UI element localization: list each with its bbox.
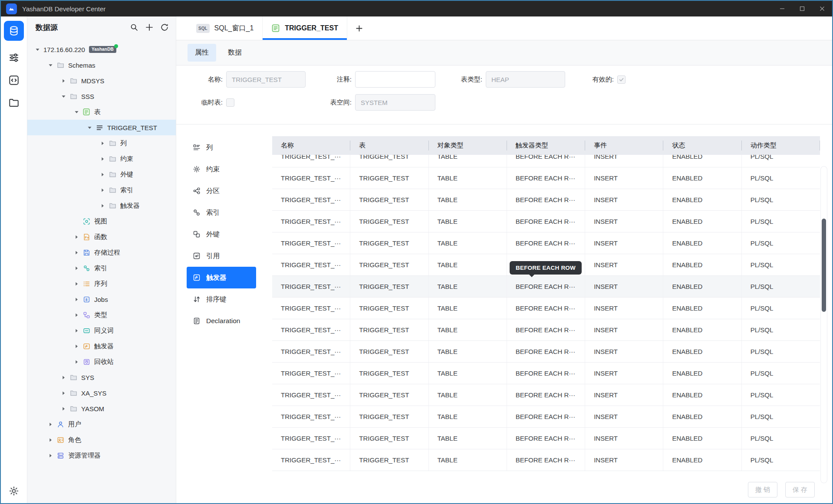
- trigger-cell[interactable]: BEFORE EACH R···: [507, 298, 585, 319]
- rail-gear-icon[interactable]: [9, 486, 19, 496]
- rail-database-icon[interactable]: [4, 21, 24, 41]
- trigger-cell[interactable]: TABLE: [429, 254, 507, 275]
- grid-column-header[interactable]: 触发器类型: [507, 136, 585, 155]
- tree-node-node[interactable]: 外键: [27, 167, 176, 182]
- trigger-cell[interactable]: TABLE: [429, 406, 507, 427]
- trigger-cell[interactable]: TRIGGER_TEST: [350, 384, 428, 406]
- trigger-cell[interactable]: TRIGGER_TEST_···: [272, 428, 350, 449]
- trigger-cell[interactable]: BEFORE EACH R···: [507, 341, 585, 362]
- trigger-cell[interactable]: TRIGGER_TEST: [350, 449, 428, 471]
- caret-right-icon[interactable]: [73, 235, 79, 239]
- caret-right-icon[interactable]: [73, 344, 79, 349]
- trigger-cell[interactable]: PL/SQL: [742, 211, 820, 232]
- trigger-cell[interactable]: ENABLED: [663, 341, 741, 362]
- trigger-cell[interactable]: TRIGGER_TEST_···: [272, 363, 350, 384]
- grid-column-header[interactable]: 名称: [272, 136, 350, 155]
- tree-node-node[interactable]: 同义词: [27, 323, 176, 338]
- trigger-cell[interactable]: INSERT: [585, 363, 663, 384]
- trigger-cell[interactable]: TRIGGER_TEST: [350, 254, 428, 275]
- trigger-cell[interactable]: TABLE: [429, 167, 507, 189]
- trigger-row[interactable]: TRIGGER_TEST_···TRIGGER_TESTTABLEBEFORE …: [272, 276, 820, 298]
- trigger-cell[interactable]: INSERT: [585, 211, 663, 232]
- trigger-cell[interactable]: BEFORE EACH R···: [507, 363, 585, 384]
- trigger-cell[interactable]: TRIGGER_TEST: [350, 363, 428, 384]
- caret-right-icon[interactable]: [99, 172, 105, 177]
- caret-down-icon[interactable]: [60, 94, 66, 99]
- grid-column-header[interactable]: 对象类型: [429, 136, 507, 155]
- tree-node-1721660220[interactable]: 172.16.60.220YashanDB: [27, 42, 176, 57]
- trigger-row[interactable]: TRIGGER_TEST_···TRIGGER_TESTTABLEBEFORE …: [272, 319, 820, 341]
- trigger-cell[interactable]: TRIGGER_TEST: [350, 189, 428, 210]
- trigger-row[interactable]: TRIGGER_TEST_···TRIGGER_TESTTABLEBEFORE …: [272, 211, 820, 232]
- trigger-cell[interactable]: ENABLED: [663, 167, 741, 189]
- trigger-cell[interactable]: ENABLED: [663, 406, 741, 427]
- trigger-cell[interactable]: TRIGGER_TEST_···: [272, 384, 350, 406]
- vertical-scrollbar[interactable]: [821, 167, 827, 483]
- trigger-cell[interactable]: PL/SQL: [742, 428, 820, 449]
- trigger-row[interactable]: TRIGGER_TEST_···TRIGGER_TESTTABLEBEFORE …: [272, 406, 820, 428]
- trigger-cell[interactable]: ENABLED: [663, 428, 741, 449]
- tree-node-node[interactable]: 触发器: [27, 338, 176, 354]
- caret-right-icon[interactable]: [60, 391, 66, 396]
- caret-right-icon[interactable]: [47, 422, 53, 427]
- trigger-cell[interactable]: TRIGGER_TEST: [350, 167, 428, 189]
- rail-folder-open-icon[interactable]: [8, 97, 20, 108]
- tree-node-node[interactable]: 视图: [27, 213, 176, 229]
- trigger-cell[interactable]: TRIGGER_TEST: [350, 232, 428, 254]
- trigger-cell[interactable]: ENABLED: [663, 254, 741, 275]
- trigger-cell[interactable]: TRIGGER_TEST: [350, 211, 428, 232]
- tree-node-node[interactable]: 列: [27, 135, 176, 151]
- name-field[interactable]: [226, 71, 306, 88]
- section-menu-fk[interactable]: 外键: [187, 223, 256, 245]
- trigger-cell[interactable]: BEFORE EACH R···: [507, 449, 585, 471]
- trigger-cell[interactable]: TABLE: [429, 341, 507, 362]
- trigger-cell[interactable]: TRIGGER_TEST_···: [272, 211, 350, 232]
- trigger-cell[interactable]: TRIGGER_TEST_···: [272, 276, 350, 297]
- tree-node-node[interactable]: 索引: [27, 260, 176, 276]
- section-menu-declaration[interactable]: Declaration: [187, 310, 256, 332]
- trigger-row[interactable]: TRIGGER_TEST_···TRIGGER_TESTTABLEBEFORE …: [272, 384, 820, 406]
- trigger-cell[interactable]: TRIGGER_TEST_···: [272, 341, 350, 362]
- trigger-cell[interactable]: ENABLED: [663, 384, 741, 406]
- caret-right-icon[interactable]: [60, 79, 66, 83]
- caret-right-icon[interactable]: [60, 406, 66, 411]
- trigger-cell[interactable]: TRIGGER_TEST_···: [272, 254, 350, 275]
- trigger-cell[interactable]: BEFORE EACH R···: [507, 406, 585, 427]
- caret-right-icon[interactable]: [73, 313, 79, 317]
- trigger-cell[interactable]: INSERT: [585, 341, 663, 362]
- trigger-cell[interactable]: INSERT: [585, 449, 663, 471]
- trigger-cell[interactable]: BEFORE EACH R···: [507, 232, 585, 254]
- caret-down-icon[interactable]: [73, 110, 79, 115]
- trigger-cell[interactable]: ENABLED: [663, 211, 741, 232]
- tablespace-field[interactable]: [355, 94, 435, 111]
- trigger-cell[interactable]: BEFORE EACH R···: [507, 276, 585, 297]
- caret-right-icon[interactable]: [60, 375, 66, 380]
- maximize-button[interactable]: [792, 1, 812, 16]
- scrollbar-thumb[interactable]: [822, 219, 826, 312]
- refresh-icon[interactable]: [160, 23, 169, 32]
- trigger-cell[interactable]: TRIGGER_TEST_···: [272, 155, 350, 167]
- section-menu-columns[interactable]: 列: [187, 137, 256, 158]
- trigger-cell[interactable]: TRIGGER_TEST: [350, 319, 428, 340]
- trigger-cell[interactable]: INSERT: [585, 276, 663, 297]
- tree-node-schemas[interactable]: Schemas: [27, 57, 176, 73]
- trigger-cell[interactable]: TRIGGER_TEST_···: [272, 189, 350, 210]
- editor-tab-trigger_test[interactable]: TRIGGER_TEST: [262, 16, 347, 40]
- temp-table-checkbox[interactable]: [226, 98, 234, 107]
- trigger-cell[interactable]: TRIGGER_TEST_···: [272, 319, 350, 340]
- trigger-cell[interactable]: PL/SQL: [742, 384, 820, 406]
- trigger-cell[interactable]: INSERT: [585, 319, 663, 340]
- tree-node-mdsys[interactable]: MDSYS: [27, 73, 176, 88]
- caret-right-icon[interactable]: [99, 157, 105, 161]
- trigger-row[interactable]: TRIGGER_TEST_···TRIGGER_TESTTABLEBEFORE …: [272, 449, 820, 471]
- undo-button[interactable]: 撤 销: [748, 482, 777, 497]
- trigger-cell[interactable]: TABLE: [429, 363, 507, 384]
- search-icon[interactable]: [130, 23, 138, 32]
- trigger-cell[interactable]: INSERT: [585, 254, 663, 275]
- trigger-cell[interactable]: INSERT: [585, 167, 663, 189]
- section-menu-index[interactable]: 索引: [187, 202, 256, 223]
- table-type-field[interactable]: [486, 71, 565, 88]
- trigger-cell[interactable]: INSERT: [585, 406, 663, 427]
- trigger-row[interactable]: TRIGGER_TEST_···TRIGGER_TESTTABLEBEFORE …: [272, 232, 820, 254]
- save-button[interactable]: 保 存: [785, 482, 815, 497]
